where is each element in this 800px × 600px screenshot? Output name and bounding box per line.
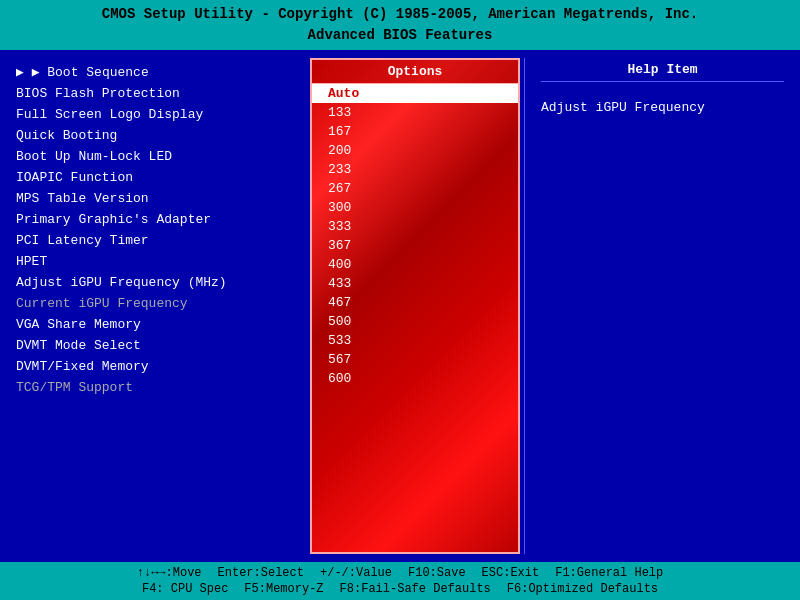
menu-item[interactable]: PCI Latency Timer: [16, 231, 294, 250]
option-item[interactable]: 500: [312, 312, 518, 331]
footer-row1: ↑↓↔→:MoveEnter:Select+/-/:ValueF10:SaveE…: [8, 566, 792, 580]
option-item[interactable]: 300: [312, 198, 518, 217]
footer-key: F1:General Help: [555, 566, 663, 580]
option-item[interactable]: 600: [312, 369, 518, 388]
option-item[interactable]: 267: [312, 179, 518, 198]
menu-item[interactable]: BIOS Flash Protection: [16, 84, 294, 103]
menu-item[interactable]: TCG/TPM Support: [16, 378, 294, 397]
menu-item[interactable]: IOAPIC Function: [16, 168, 294, 187]
header-line1: CMOS Setup Utility - Copyright (C) 1985-…: [8, 4, 792, 25]
screen: CMOS Setup Utility - Copyright (C) 1985-…: [0, 0, 800, 600]
option-item[interactable]: 167: [312, 122, 518, 141]
menu-item[interactable]: Full Screen Logo Display: [16, 105, 294, 124]
footer-key: ↑↓↔→:Move: [137, 566, 202, 580]
menu-panel: ▶ Boot SequenceBIOS Flash ProtectionFull…: [0, 58, 310, 554]
help-panel: Help Item Adjust iGPU Frequency: [524, 58, 800, 554]
menu-item[interactable]: DVMT Mode Select: [16, 336, 294, 355]
menu-item[interactable]: Boot Up Num-Lock LED: [16, 147, 294, 166]
menu-item[interactable]: Current iGPU Frequency: [16, 294, 294, 313]
footer-key: Enter:Select: [218, 566, 304, 580]
option-item[interactable]: 567: [312, 350, 518, 369]
option-item[interactable]: 133: [312, 103, 518, 122]
footer-key: F4: CPU Spec: [142, 582, 228, 596]
header-line2: Advanced BIOS Features: [8, 25, 792, 46]
option-item[interactable]: Auto: [312, 84, 518, 103]
footer-key: F6:Optimized Defaults: [507, 582, 658, 596]
header: CMOS Setup Utility - Copyright (C) 1985-…: [0, 0, 800, 50]
option-item[interactable]: 533: [312, 331, 518, 350]
menu-item[interactable]: Adjust iGPU Frequency (MHz): [16, 273, 294, 292]
option-item[interactable]: 367: [312, 236, 518, 255]
footer-key: ESC:Exit: [482, 566, 540, 580]
help-title: Help Item: [541, 62, 784, 82]
footer-key: F5:Memory-Z: [244, 582, 323, 596]
footer-key: F10:Save: [408, 566, 466, 580]
options-header: Options: [312, 60, 518, 84]
menu-item[interactable]: Primary Graphic's Adapter: [16, 210, 294, 229]
menu-item[interactable]: VGA Share Memory: [16, 315, 294, 334]
footer: ↑↓↔→:MoveEnter:Select+/-/:ValueF10:SaveE…: [0, 562, 800, 600]
menu-item[interactable]: DVMT/Fixed Memory: [16, 357, 294, 376]
option-item[interactable]: 433: [312, 274, 518, 293]
option-item[interactable]: 200: [312, 141, 518, 160]
option-item[interactable]: 400: [312, 255, 518, 274]
option-item[interactable]: 333: [312, 217, 518, 236]
option-item[interactable]: 233: [312, 160, 518, 179]
menu-item[interactable]: HPET: [16, 252, 294, 271]
footer-row2: F4: CPU SpecF5:Memory-ZF8:Fail-Safe Defa…: [8, 582, 792, 596]
option-item[interactable]: 467: [312, 293, 518, 312]
menu-item[interactable]: ▶ Boot Sequence: [16, 62, 294, 82]
footer-key: F8:Fail-Safe Defaults: [340, 582, 491, 596]
help-text: Adjust iGPU Frequency: [541, 98, 784, 118]
options-panel: Options Auto1331672002332673003333674004…: [310, 58, 520, 554]
menu-item[interactable]: Quick Booting: [16, 126, 294, 145]
main-area: ▶ Boot SequenceBIOS Flash ProtectionFull…: [0, 50, 800, 562]
menu-item[interactable]: MPS Table Version: [16, 189, 294, 208]
footer-key: +/-/:Value: [320, 566, 392, 580]
